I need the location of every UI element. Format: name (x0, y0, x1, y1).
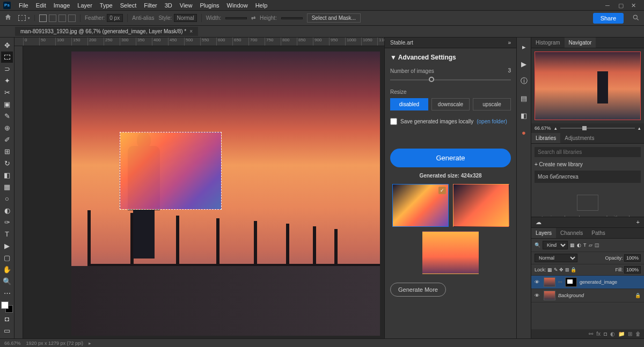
document-tab[interactable]: man-8091933_1920.jpg @ 66,7% (generated_… (15, 27, 198, 36)
close-tab-icon[interactable]: × (189, 28, 193, 34)
layer-fx-icon[interactable]: fx (596, 331, 601, 337)
selection-mode-subtract-icon[interactable] (58, 14, 66, 22)
zoom-in-icon[interactable]: ▴ (638, 125, 641, 131)
frame-tool[interactable]: ▣ (1, 99, 13, 110)
canvas-viewport[interactable] (23, 46, 384, 338)
color-swatches[interactable] (1, 301, 13, 313)
tab-libraries[interactable]: Libraries (531, 133, 560, 143)
filter-type-icon[interactable]: T (583, 242, 587, 248)
open-folder-link[interactable]: (open folder) (477, 119, 507, 124)
filter-smart-icon[interactable]: ◫ (595, 242, 599, 248)
gradient-tool[interactable]: ▦ (1, 181, 13, 193)
status-zoom[interactable]: 66.67% (4, 341, 21, 346)
save-local-checkbox[interactable] (390, 118, 397, 125)
resize-downscale-button[interactable]: downscale (431, 98, 470, 110)
selection-mode-intersect-icon[interactable] (68, 14, 76, 22)
selection-mode-add-icon[interactable] (49, 14, 56, 22)
history-brush-tool[interactable]: ↻ (1, 158, 13, 169)
brush-tool[interactable]: ✐ (1, 134, 13, 145)
tab-channels[interactable]: Channels (556, 228, 587, 238)
generate-button[interactable]: Generate (390, 149, 511, 167)
selection-mode-new-icon[interactable] (39, 14, 47, 22)
adjustments-panel-icon[interactable]: ◧ (518, 109, 530, 121)
search-icon[interactable] (632, 14, 640, 23)
tab-navigator[interactable]: Navigator (565, 38, 596, 48)
type-tool[interactable]: T (1, 228, 13, 240)
create-library-button[interactable]: + Create new library (535, 161, 641, 167)
color-panel-icon[interactable]: ● (518, 127, 530, 138)
layer-mask-icon[interactable]: ◘ (604, 331, 607, 337)
result-thumb-3[interactable] (422, 231, 479, 274)
opacity-input[interactable]: 100% (624, 254, 641, 262)
edit-toolbar[interactable]: ⋯ (1, 287, 13, 299)
height-input[interactable] (281, 17, 303, 19)
pen-tool[interactable]: ✑ (1, 217, 13, 228)
library-item[interactable]: Моя библиотека (535, 171, 641, 183)
tab-adjustments[interactable]: Adjustments (560, 133, 598, 143)
menu-view[interactable]: View (176, 1, 196, 10)
num-images-slider[interactable] (390, 79, 511, 80)
crop-tool[interactable]: ✂ (1, 87, 13, 98)
link-layers-icon[interactable]: ⚯ (589, 331, 593, 337)
fill-input[interactable]: 100% (624, 266, 641, 274)
menu-type[interactable]: Type (96, 1, 116, 10)
antialias-checkbox[interactable]: Anti-alias (132, 15, 154, 21)
menu-plugins[interactable]: Plugins (196, 1, 223, 10)
result-thumb-2[interactable] (453, 184, 509, 227)
close-icon[interactable]: ✕ (631, 2, 638, 9)
style-select[interactable]: Normal (174, 14, 196, 22)
tab-paths[interactable]: Paths (587, 228, 610, 238)
adjustment-layer-icon[interactable]: ◐ (610, 331, 615, 337)
marquee-tool[interactable] (1, 51, 13, 63)
resize-disabled-button[interactable]: disabled (390, 98, 428, 110)
blend-mode-select[interactable]: Normal (535, 254, 577, 262)
clone-stamp-tool[interactable]: ⊞ (1, 146, 13, 157)
resize-upscale-button[interactable]: upscale (473, 98, 511, 110)
tab-histogram[interactable]: Histogram (531, 38, 565, 48)
rectangle-tool[interactable]: ▢ (1, 252, 13, 263)
minimize-icon[interactable]: ─ (605, 2, 612, 9)
filter-pixel-icon[interactable]: ▦ (570, 242, 575, 248)
tab-layers[interactable]: Layers (531, 228, 556, 238)
new-layer-icon[interactable]: ⊞ (628, 331, 632, 337)
result-thumb-1[interactable]: ✓ (392, 184, 449, 227)
visibility-icon[interactable]: 👁 (535, 279, 541, 285)
healing-brush-tool[interactable]: ⊕ (1, 122, 13, 134)
zoom-tool[interactable]: 🔍 (1, 276, 13, 287)
lasso-tool[interactable]: ⊃ (1, 63, 13, 75)
menu-help[interactable]: Help (252, 1, 272, 10)
hand-tool[interactable]: ✋ (1, 264, 13, 275)
zoom-value[interactable]: 66.67% (535, 125, 551, 131)
menu-filter[interactable]: Filter (140, 1, 160, 10)
plugin-tab[interactable]: Stable.art » (385, 38, 516, 48)
select-and-mask-button[interactable]: Select and Mask... (307, 13, 361, 23)
share-button[interactable]: Share (593, 13, 624, 24)
zoom-slider[interactable] (560, 128, 635, 129)
generate-more-button[interactable]: Generate More (390, 283, 446, 297)
delete-layer-icon[interactable]: 🗑 (635, 331, 641, 337)
menu-select[interactable]: Select (116, 1, 141, 10)
eraser-tool[interactable]: ◧ (1, 169, 13, 181)
menu-3d[interactable]: 3D (161, 1, 176, 10)
quick-mask-toggle[interactable]: ◘ (1, 313, 13, 324)
dodge-tool[interactable]: ◐ (1, 205, 13, 216)
menu-edit[interactable]: Edit (32, 1, 50, 10)
blur-tool[interactable]: ○ (1, 193, 13, 204)
add-library-icon[interactable]: + (636, 219, 640, 226)
menu-image[interactable]: Image (50, 1, 74, 10)
layer-row[interactable]: 👁⚯generated_image (531, 276, 644, 289)
filter-icon[interactable]: 🔍 (535, 242, 540, 248)
layer-row[interactable]: 👁Background🔒 (531, 289, 644, 302)
screen-mode-toggle[interactable]: ▭ (1, 325, 13, 336)
cloud-icon[interactable]: ☁ (536, 219, 541, 226)
zoom-out-icon[interactable]: ▴ (554, 125, 557, 131)
properties-panel-icon[interactable]: ▤ (518, 92, 530, 104)
path-selection-tool[interactable]: ▶ (1, 240, 13, 252)
maximize-icon[interactable]: ▢ (618, 2, 625, 9)
collapse-icon[interactable]: » (508, 40, 511, 46)
filter-shape-icon[interactable]: ▱ (589, 242, 592, 248)
filter-adjustment-icon[interactable]: ◐ (577, 242, 581, 248)
actions-panel-icon[interactable]: ▶ (518, 58, 530, 70)
selection-marquee[interactable] (120, 132, 222, 210)
layer-filter-kind[interactable]: Kind (543, 241, 568, 249)
